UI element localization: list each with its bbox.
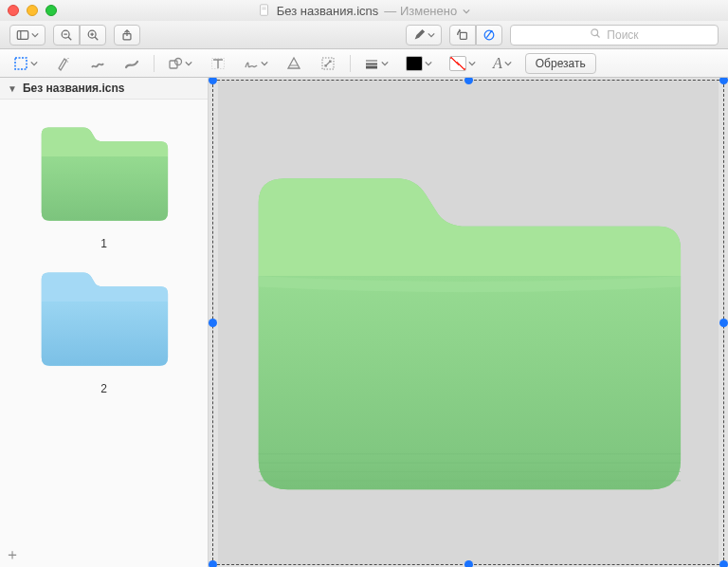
- window-traffic-lights: [8, 5, 57, 16]
- minimize-window-button[interactable]: [27, 5, 38, 16]
- rect-select-tool[interactable]: [9, 53, 42, 74]
- selection-handle[interactable]: [719, 319, 728, 327]
- svg-rect-18: [15, 58, 27, 69]
- sidebar-header-label: Без названия.icns: [23, 82, 125, 95]
- svg-rect-13: [460, 32, 466, 39]
- selection-handle[interactable]: [464, 78, 473, 84]
- window-title: Без названия.icns — Изменено: [0, 4, 728, 18]
- close-window-button[interactable]: [8, 5, 19, 16]
- markup-toolbar: A Обрезать: [0, 49, 728, 78]
- work-area: ▼ Без названия.icns: [0, 78, 728, 567]
- search-icon: [590, 27, 601, 42]
- stroke-color-tool[interactable]: [402, 53, 436, 74]
- adjust-size-tool[interactable]: [316, 53, 340, 74]
- svg-point-20: [67, 57, 68, 58]
- title-dropdown-icon[interactable]: [463, 4, 470, 18]
- chevron-down-icon: [504, 57, 512, 70]
- black-swatch: [406, 56, 423, 71]
- main-toolbar: Поиск: [0, 21, 728, 49]
- draw-tool[interactable]: [119, 53, 144, 74]
- disclosure-triangle-icon[interactable]: ▼: [8, 83, 17, 94]
- shapes-tool[interactable]: [164, 53, 196, 74]
- selection-handle[interactable]: [209, 319, 217, 327]
- svg-point-21: [67, 61, 68, 62]
- thumbnails-list: 1 2: [0, 100, 208, 567]
- svg-point-16: [592, 29, 598, 36]
- thumbnail-preview: [21, 115, 187, 229]
- crop-button[interactable]: Обрезать: [525, 53, 596, 74]
- selection-handle[interactable]: [209, 560, 217, 567]
- selection-handle[interactable]: [719, 78, 728, 84]
- fill-color-tool[interactable]: [446, 53, 480, 74]
- no-fill-swatch: [449, 56, 466, 71]
- zoom-window-button[interactable]: [46, 5, 57, 16]
- svg-point-15: [490, 29, 492, 31]
- zoom-out-button[interactable]: [53, 25, 80, 46]
- chevron-down-icon: [185, 57, 192, 70]
- zoom-in-button[interactable]: [80, 25, 106, 46]
- crop-button-label: Обрезать: [536, 57, 586, 70]
- sign-tool[interactable]: [240, 53, 272, 74]
- chevron-down-icon: [261, 57, 268, 70]
- toolbar-separator: [154, 55, 155, 72]
- sidebar-toggle-button[interactable]: [9, 25, 46, 46]
- thumbnail-item[interactable]: 2: [0, 254, 208, 399]
- window-title-filename: Без названия.icns: [277, 4, 378, 18]
- selection-handle[interactable]: [719, 560, 728, 567]
- svg-line-6: [68, 37, 71, 40]
- canvas-area[interactable]: [209, 78, 728, 567]
- chevron-down-icon: [30, 57, 38, 70]
- text-tool[interactable]: [206, 53, 230, 74]
- sidebar-header[interactable]: ▼ Без названия.icns: [0, 78, 208, 100]
- window-titlebar: Без названия.icns — Изменено: [0, 0, 728, 21]
- selection-marquee[interactable]: [212, 80, 724, 565]
- svg-line-9: [95, 37, 98, 40]
- svg-rect-1: [262, 8, 265, 9]
- markup-pen-button[interactable]: [406, 25, 442, 46]
- svg-rect-0: [260, 5, 267, 15]
- rotate-button[interactable]: [449, 25, 476, 46]
- thumbnail-label: 2: [21, 382, 187, 395]
- search-placeholder: Поиск: [607, 28, 638, 42]
- svg-point-23: [175, 58, 182, 64]
- selection-handle[interactable]: [209, 78, 217, 84]
- sketch-tool[interactable]: [85, 53, 110, 74]
- chevron-down-icon: [425, 57, 432, 70]
- adjust-color-tool[interactable]: [282, 53, 306, 74]
- add-page-button[interactable]: ＋: [4, 546, 21, 563]
- line-style-tool[interactable]: [360, 53, 392, 74]
- svg-rect-3: [17, 30, 27, 39]
- svg-line-17: [597, 35, 600, 38]
- share-button[interactable]: [114, 25, 140, 46]
- chevron-down-icon: [468, 57, 476, 70]
- chevron-down-icon: [31, 28, 39, 42]
- thumbnail-item[interactable]: 1: [0, 109, 208, 254]
- markup-toolbar-toggle[interactable]: [476, 25, 502, 46]
- chevron-down-icon: [381, 57, 389, 70]
- window-title-modified: — Изменено: [384, 4, 457, 18]
- thumbnail-preview: [21, 260, 187, 375]
- thumbnail-label: 1: [21, 237, 187, 250]
- thumbnails-sidebar: ▼ Без названия.icns: [0, 78, 209, 567]
- svg-rect-2: [262, 9, 265, 9]
- search-input[interactable]: Поиск: [510, 25, 719, 46]
- document-icon: [258, 4, 271, 17]
- toolbar-separator: [350, 55, 351, 72]
- letter-a-icon: A: [493, 55, 502, 72]
- selection-handle[interactable]: [464, 560, 473, 567]
- text-style-tool[interactable]: A: [489, 53, 516, 74]
- svg-point-19: [65, 59, 66, 60]
- instant-alpha-tool[interactable]: [51, 53, 76, 74]
- chevron-down-icon: [428, 28, 435, 42]
